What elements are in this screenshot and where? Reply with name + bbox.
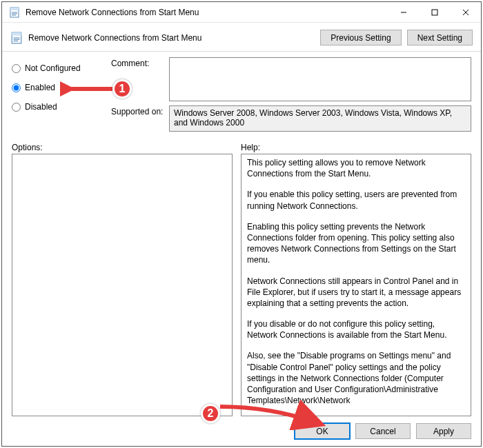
help-paragraph: If you disable or do not configure this … xyxy=(247,318,465,340)
options-pane xyxy=(12,154,233,416)
state-radio-group: Not Configured Enabled Disabled xyxy=(12,57,108,136)
help-paragraph: If you enable this policy setting, users… xyxy=(247,189,465,211)
dialog-footer: OK Cancel Apply xyxy=(2,419,481,446)
radio-label: Enabled xyxy=(25,83,55,92)
radio-not-configured[interactable]: Not Configured xyxy=(12,59,108,78)
radio-disabled[interactable]: Disabled xyxy=(12,97,108,116)
maximize-button[interactable] xyxy=(419,2,450,22)
previous-setting-button[interactable]: Previous Setting xyxy=(320,30,401,45)
ok-button[interactable]: OK xyxy=(295,423,350,439)
svg-rect-1 xyxy=(10,8,19,10)
cancel-button[interactable]: Cancel xyxy=(355,423,411,439)
window-title: Remove Network Connections from Start Me… xyxy=(26,8,388,17)
radio-label: Not Configured xyxy=(25,63,81,73)
help-paragraph: Enabling this policy setting prevents th… xyxy=(247,221,465,266)
svg-rect-10 xyxy=(12,32,21,36)
options-header: Options: xyxy=(12,143,233,152)
svg-rect-6 xyxy=(432,10,437,15)
config-area: Not Configured Enabled Disabled Comment:… xyxy=(2,52,481,139)
pane-headers: Options: Help: xyxy=(2,139,481,154)
radio-not-configured-input[interactable] xyxy=(12,64,21,73)
policy-icon xyxy=(10,32,23,44)
minimize-button[interactable] xyxy=(388,2,419,22)
policy-name: Remove Network Connections from Start Me… xyxy=(28,33,320,43)
radio-label: Disabled xyxy=(25,102,57,112)
panes: This policy setting allows you to remove… xyxy=(2,154,481,419)
comment-input[interactable] xyxy=(169,57,471,101)
titlebar: Remove Network Connections from Start Me… xyxy=(2,2,481,23)
policy-icon xyxy=(9,7,20,18)
radio-enabled[interactable]: Enabled xyxy=(12,78,108,97)
help-paragraph: Network Connections still appears in Con… xyxy=(247,276,465,309)
close-button[interactable] xyxy=(450,2,481,22)
help-pane[interactable]: This policy setting allows you to remove… xyxy=(241,154,471,416)
window-controls xyxy=(388,2,481,22)
dialog-window: Remove Network Connections from Start Me… xyxy=(1,1,482,447)
supported-on-label: Supported on: xyxy=(111,105,169,116)
help-paragraph: This policy setting allows you to remove… xyxy=(247,157,465,179)
apply-button[interactable]: Apply xyxy=(416,423,471,439)
radio-enabled-input[interactable] xyxy=(12,83,21,92)
help-header: Help: xyxy=(241,143,471,152)
policy-header: Remove Network Connections from Start Me… xyxy=(2,23,481,52)
help-paragraph: Also, see the "Disable programs on Setti… xyxy=(247,350,465,406)
radio-disabled-input[interactable] xyxy=(12,103,21,112)
next-setting-button[interactable]: Next Setting xyxy=(407,30,473,45)
comment-label: Comment: xyxy=(111,57,169,68)
supported-on-value: Windows Server 2008, Windows Server 2003… xyxy=(169,105,471,132)
